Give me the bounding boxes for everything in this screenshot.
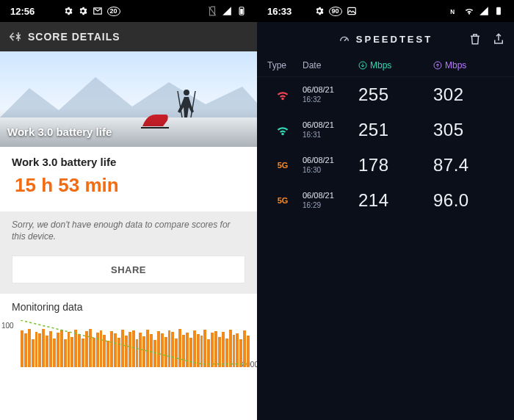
chart-bar: [197, 334, 200, 368]
svg-text:N: N: [450, 9, 455, 15]
result-row[interactable]: 5G06/08/2116:3017887.4: [257, 148, 514, 183]
col-up-header: Mbps: [433, 60, 504, 70]
speedtest-title: SPEEDTEST: [356, 34, 432, 45]
chart-bar: [203, 330, 206, 368]
result-download: 178: [358, 155, 429, 175]
chart-bar: [136, 339, 139, 368]
trash-icon[interactable]: [468, 32, 482, 46]
chart-bar: [247, 336, 250, 367]
hero-caption: Work 3.0 battery life: [7, 126, 112, 138]
chart-bar: [171, 332, 174, 367]
chart-bar: [243, 330, 246, 368]
chart-bar: [146, 330, 149, 367]
chart-bar: [236, 333, 239, 368]
chart-bar: [211, 333, 214, 367]
result-upload: 87.4: [433, 155, 504, 175]
chart-bar: [64, 339, 67, 367]
chart-bar: [46, 336, 48, 367]
chart-bar: [60, 330, 63, 368]
download-arrow-icon: [358, 61, 367, 70]
result-date: 06/08/2116:30: [303, 156, 354, 174]
result-upload: 302: [433, 84, 504, 105]
chart-bar: [125, 336, 128, 367]
chart-bar: [218, 337, 221, 368]
fiveg-icon: 5G: [273, 191, 292, 210]
chart-bar: [35, 332, 38, 367]
wifi-icon: [273, 85, 292, 104]
status-left-icons: 90: [314, 6, 357, 16]
chart-bar: [150, 334, 153, 367]
chart-bar: [110, 331, 113, 368]
chart-bar: [157, 331, 160, 368]
chart-bar: [96, 333, 99, 368]
chart-bar: [85, 331, 88, 367]
notification-badge: 20: [107, 7, 120, 16]
fiveg-icon: 5G: [273, 156, 292, 175]
monitoring-chart: 100 8000: [0, 316, 257, 374]
chart-bar: [21, 330, 23, 368]
result-date: 06/08/2116:32: [303, 85, 354, 104]
result-download: 255: [358, 84, 429, 105]
chart-bar: [93, 338, 95, 368]
settings-gear-icon: [314, 6, 325, 16]
chart-bar: [229, 330, 232, 367]
chart-bar: [89, 329, 92, 367]
col-down-header: Mbps: [358, 60, 429, 70]
chart-bar: [70, 337, 73, 368]
share-button[interactable]: SHARE: [12, 256, 245, 283]
signal-icon: [479, 6, 489, 16]
status-right-icons: N: [449, 6, 504, 16]
no-sim-icon: [207, 6, 217, 16]
chart-bar: [103, 335, 106, 367]
chart-bar: [53, 338, 56, 368]
gauge-icon: [339, 33, 350, 45]
score-value: 15 h 53 min: [12, 174, 245, 197]
col-type-header: Type: [267, 60, 298, 70]
svg-rect-6: [496, 7, 501, 15]
result-upload: 96.0: [433, 190, 504, 211]
settings-gear-icon: [78, 6, 88, 16]
chart-bar: [161, 333, 164, 367]
chart-bar: [200, 336, 203, 367]
chart-bar: [24, 333, 27, 368]
comparison-note: Sorry, we don't have enough data to comp…: [0, 211, 257, 250]
col-date-header: Date: [303, 60, 354, 70]
status-left-icons: 20: [63, 6, 120, 16]
chart-bar: [207, 339, 210, 367]
back-snowflake-icon[interactable]: [7, 30, 21, 43]
image-icon: [347, 6, 357, 16]
chart-bar: [182, 335, 185, 367]
result-download: 251: [358, 120, 429, 140]
chart-bar: [68, 332, 70, 367]
settings-gear-icon: [63, 6, 73, 16]
chart-bar: [222, 332, 225, 367]
result-row[interactable]: 5G06/08/2116:2921496.0: [257, 183, 514, 218]
chart-bar: [168, 330, 171, 368]
battery-icon: [236, 6, 247, 16]
signal-icon: [222, 6, 232, 16]
result-row[interactable]: 06/08/2116:32255302: [257, 77, 514, 112]
chart-bar: [153, 340, 156, 367]
result-row[interactable]: 06/08/2116:31251305: [257, 112, 514, 148]
chart-bar: [186, 333, 189, 368]
results-column-headers: Type Date Mbps Mbps: [257, 56, 514, 77]
chart-bar: [189, 338, 192, 368]
share-icon[interactable]: [492, 32, 505, 46]
chart-bar: [32, 339, 35, 368]
hero-image: Work 3.0 battery life: [0, 51, 257, 147]
chart-bar: [175, 338, 178, 367]
result-download: 214: [358, 190, 429, 211]
status-right-icons: [207, 6, 247, 16]
score-title: Work 3.0 battery life: [12, 156, 245, 168]
wifi-icon: [273, 120, 292, 140]
result-date: 06/08/2116:29: [303, 191, 354, 209]
chart-bar: [121, 330, 124, 368]
badge-icon: 90: [329, 7, 342, 16]
chart-bar: [28, 329, 31, 368]
chart-bar: [128, 332, 131, 367]
chart-bar: [114, 333, 117, 368]
chart-bar: [178, 329, 181, 367]
result-upload: 305: [433, 120, 504, 140]
chart-y-left: 100: [1, 322, 14, 330]
result-date: 06/08/2116:31: [303, 120, 354, 139]
